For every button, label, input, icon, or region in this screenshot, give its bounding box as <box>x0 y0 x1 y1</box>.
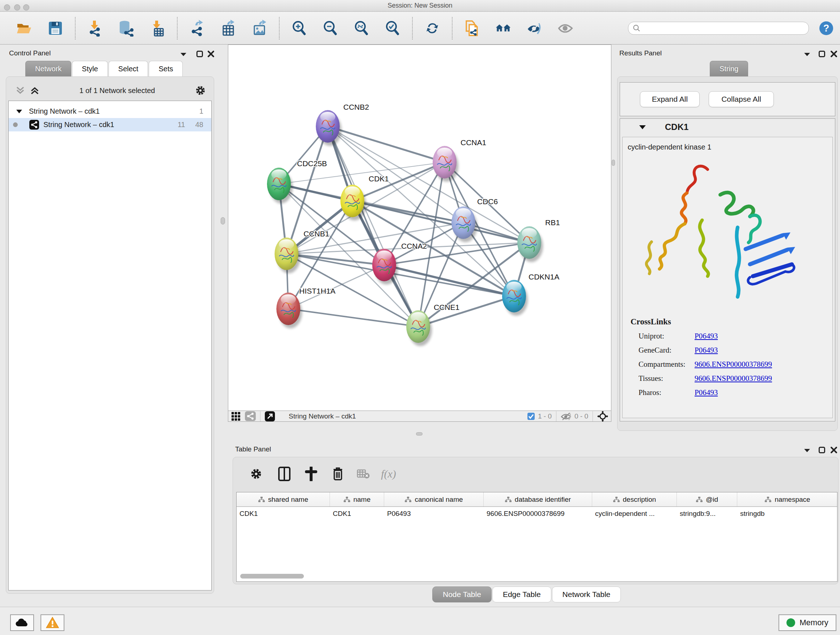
tab-edge-table[interactable]: Edge Table <box>493 586 551 602</box>
tab-select[interactable]: Select <box>109 61 148 77</box>
column-header-shared-name[interactable]: shared name <box>237 492 330 507</box>
memory-button[interactable]: Memory <box>778 614 836 631</box>
network-options-gear-icon[interactable] <box>195 85 206 96</box>
network-node-CCNE1[interactable]: CCNE1 <box>406 303 459 346</box>
collection-expand-icon[interactable] <box>16 109 22 114</box>
expand-all-button[interactable]: Expand All <box>640 91 699 107</box>
tab-node-table[interactable]: Node Table <box>432 586 492 602</box>
show-columns-icon[interactable] <box>274 464 294 484</box>
column-header-name[interactable]: name <box>330 492 384 507</box>
network-node-HIST1H1A[interactable]: HIST1H1A <box>276 287 335 328</box>
warning-status-button[interactable] <box>41 614 65 631</box>
table-panel-float-icon[interactable] <box>819 447 825 453</box>
crosslink-row: Tissues:9606.ENSP00000378699 <box>638 374 832 383</box>
table-cell[interactable]: CDK1 <box>237 510 330 518</box>
control-panel-title: Control Panel <box>9 49 51 57</box>
export-table-icon[interactable] <box>220 19 236 37</box>
expand-all-networks-icon[interactable] <box>30 86 39 95</box>
column-header-description[interactable]: description <box>592 492 677 507</box>
collapse-all-networks-icon[interactable] <box>16 86 25 95</box>
crosslink-link[interactable]: P06493 <box>695 332 718 340</box>
control-panel-close-icon[interactable] <box>208 51 214 57</box>
network-node-CDC6[interactable]: CDC6 <box>452 197 498 242</box>
hidden-eye-icon[interactable] <box>561 412 572 421</box>
network-edge[interactable] <box>328 126 445 162</box>
control-panel-float-icon[interactable] <box>196 51 203 57</box>
cloud-status-button[interactable] <box>10 614 34 631</box>
tab-style[interactable]: Style <box>72 61 107 77</box>
add-column-icon[interactable] <box>301 464 321 484</box>
table-cell[interactable]: stringdb <box>737 510 837 518</box>
first-neighbors-icon[interactable] <box>495 19 511 37</box>
crosslink-link[interactable]: 9606.ENSP00000378699 <box>695 374 772 383</box>
results-panel-float-icon[interactable] <box>819 51 825 57</box>
network-node-CDK1[interactable]: CDK1 <box>340 174 389 220</box>
search-input[interactable] <box>628 22 809 35</box>
table-cell[interactable]: cyclin-dependent ... <box>592 510 677 518</box>
left-splitter-handle[interactable] <box>221 217 225 225</box>
network-node-RB1[interactable]: RB1 <box>517 218 560 262</box>
network-edge[interactable] <box>418 296 514 326</box>
refresh-view-icon[interactable] <box>424 19 440 37</box>
show-all-icon[interactable] <box>557 19 573 37</box>
table-cell[interactable]: P06493 <box>384 510 484 518</box>
table-options-gear-icon[interactable] <box>246 464 266 484</box>
delete-table-icon[interactable] <box>353 464 373 484</box>
open-session-icon[interactable] <box>16 19 32 37</box>
tab-network-table[interactable]: Network Table <box>552 586 621 602</box>
save-session-icon[interactable] <box>47 19 63 37</box>
table-horizontal-scrollbar[interactable] <box>240 574 304 578</box>
right-splitter-handle[interactable] <box>612 160 615 166</box>
results-panel-menu-icon[interactable] <box>804 52 810 57</box>
results-panel-close-icon[interactable] <box>831 51 837 57</box>
import-table-file-icon[interactable] <box>149 19 165 37</box>
table-cell[interactable]: stringdb:9... <box>677 510 737 518</box>
crosslink-link[interactable]: 9606.ENSP00000378699 <box>695 360 772 369</box>
bottom-splitter-handle[interactable] <box>416 432 423 435</box>
fit-content-icon[interactable] <box>354 19 369 37</box>
export-network-icon[interactable] <box>189 19 205 37</box>
gene-collapse-icon[interactable] <box>639 125 646 130</box>
tab-network[interactable]: Network <box>25 61 71 77</box>
delete-column-trash-icon[interactable] <box>328 464 348 484</box>
column-header--id[interactable]: @id <box>677 492 737 507</box>
network-canvas[interactable]: CCNB2CCNA1CDC25BCDK1CDC6RB1CCNB1CCNA2CDK… <box>228 44 611 411</box>
function-builder-icon[interactable]: f(x) <box>378 464 399 484</box>
duplicate-network-icon[interactable] <box>464 19 480 37</box>
fit-selected-crosshair-icon[interactable] <box>597 411 608 422</box>
table-cell[interactable]: CDK1 <box>330 510 384 518</box>
export-image-icon[interactable] <box>251 19 267 37</box>
network-overview-share-icon[interactable] <box>245 411 256 421</box>
hide-selected-icon[interactable] <box>526 19 542 37</box>
zoom-out-icon[interactable] <box>322 19 338 37</box>
control-panel-menu-icon[interactable] <box>180 52 187 57</box>
network-row[interactable]: String Network – cdk1 11 48 <box>9 118 211 131</box>
network-collection-row[interactable]: String Network – cdk1 1 <box>9 105 211 118</box>
detach-view-icon[interactable] <box>265 411 275 421</box>
network-edge[interactable] <box>288 309 418 326</box>
table-panel-close-icon[interactable] <box>831 447 837 453</box>
column-header-database-identifier[interactable]: database identifier <box>484 492 592 507</box>
node-label: CCNA1 <box>461 138 486 147</box>
collapse-all-button[interactable]: Collapse All <box>709 91 774 107</box>
help-button[interactable]: ? <box>819 21 834 35</box>
network-edge[interactable] <box>328 126 529 242</box>
selected-checkbox-icon[interactable] <box>527 412 535 420</box>
network-node-CCNA1[interactable]: CCNA1 <box>433 138 486 182</box>
zoom-selected-icon[interactable] <box>385 19 401 37</box>
crosslink-link[interactable]: P06493 <box>695 346 718 355</box>
column-header-canonical-name[interactable]: canonical name <box>384 492 484 507</box>
gene-section-header[interactable]: CDK1 <box>620 119 835 135</box>
table-cell[interactable]: 9606.ENSP00000378699 <box>484 510 592 518</box>
tab-sets[interactable]: Sets <box>149 61 183 77</box>
tab-string[interactable]: String <box>710 61 748 77</box>
crosslink-link[interactable]: P06493 <box>695 388 718 397</box>
import-network-file-icon[interactable] <box>87 19 103 37</box>
column-header-namespace[interactable]: namespace <box>737 492 837 507</box>
table-panel-menu-icon[interactable] <box>804 448 810 453</box>
birds-eye-view-icon[interactable] <box>231 412 240 421</box>
zoom-in-icon[interactable] <box>291 19 307 37</box>
network-edge[interactable] <box>328 126 418 326</box>
network-node-CDKN1A[interactable]: CDKN1A <box>502 272 559 316</box>
import-network-database-icon[interactable] <box>118 19 134 37</box>
